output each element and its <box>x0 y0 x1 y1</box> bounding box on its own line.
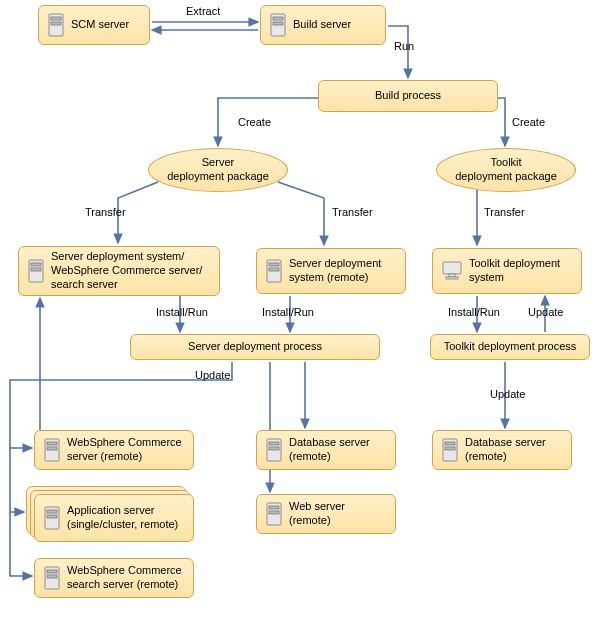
server-deployment-system-local: Server deployment system/ WebSphere Comm… <box>18 246 220 296</box>
toolkit-deployment-process: Toolkit deployment process <box>430 334 590 360</box>
app-server-label: Application server (single/cluster, remo… <box>67 504 185 532</box>
svg-rect-16 <box>446 277 458 279</box>
edge-install-3: Install/Run <box>448 306 500 318</box>
server-icon <box>265 438 283 462</box>
svg-rect-7 <box>273 22 283 25</box>
server-icon <box>43 506 61 530</box>
server-icon <box>43 566 61 590</box>
svg-rect-19 <box>47 447 57 450</box>
wc-server-label: WebSphere Commerce server (remote) <box>67 436 185 464</box>
svg-rect-27 <box>269 442 279 445</box>
svg-rect-34 <box>445 447 455 450</box>
toolkit-deployment-system: Toolkit deployment system <box>432 248 582 294</box>
server-icon <box>265 502 283 526</box>
build-process-label: Build process <box>327 89 489 103</box>
server-icon <box>27 259 45 283</box>
edge-update-1: Update <box>195 369 230 381</box>
toolkit-system-label: Toolkit deployment system <box>469 257 573 285</box>
edge-create-1: Create <box>238 116 271 128</box>
edge-update-3: Update <box>528 306 563 318</box>
server-pkg-label: Server deployment package <box>167 156 269 184</box>
svg-rect-18 <box>47 442 57 445</box>
svg-rect-13 <box>269 268 279 271</box>
database-server: Database server (remote) <box>256 430 396 470</box>
svg-rect-21 <box>47 510 57 513</box>
monitor-icon <box>441 261 463 281</box>
web-server: Web server (remote) <box>256 494 396 534</box>
svg-rect-3 <box>51 17 61 20</box>
websphere-commerce-search-server: WebSphere Commerce search server (remote… <box>34 558 194 598</box>
svg-rect-12 <box>269 263 279 266</box>
edge-transfer-3: Transfer <box>484 206 525 218</box>
svg-rect-6 <box>273 17 283 20</box>
svg-rect-9 <box>31 263 41 266</box>
svg-rect-31 <box>269 511 279 514</box>
server-proc-label: Server deployment process <box>139 340 371 354</box>
edge-run: Run <box>394 40 414 52</box>
edge-transfer-1: Transfer <box>85 206 126 218</box>
wc-search-label: WebSphere Commerce search server (remote… <box>67 564 185 592</box>
sds-remote-label: Server deployment system (remote) <box>289 257 397 285</box>
edge-extract: Extract <box>186 5 220 17</box>
svg-rect-10 <box>31 268 41 271</box>
server-deployment-process: Server deployment process <box>130 334 380 360</box>
web-server-label: Web server (remote) <box>289 500 387 528</box>
sds-local-label: Server deployment system/ WebSphere Comm… <box>51 250 211 291</box>
server-deployment-package: Server deployment package <box>148 148 288 192</box>
build-server: Build server <box>260 5 386 45</box>
server-icon <box>43 438 61 462</box>
scm-server: SCM server <box>38 5 150 45</box>
server-icon <box>269 13 287 37</box>
database-server-2-label: Database server (remote) <box>465 436 563 464</box>
svg-rect-33 <box>445 442 455 445</box>
edge-update-2: Update <box>490 388 525 400</box>
svg-rect-30 <box>269 506 279 509</box>
application-server: Application server (single/cluster, remo… <box>34 494 194 542</box>
toolkit-deployment-package: Toolkit deployment package <box>436 148 576 192</box>
edge-install-1: Install/Run <box>156 306 208 318</box>
server-deployment-system-remote: Server deployment system (remote) <box>256 248 406 294</box>
database-server-2: Database server (remote) <box>432 430 572 470</box>
database-server-label: Database server (remote) <box>289 436 387 464</box>
edge-create-2: Create <box>512 116 545 128</box>
server-icon <box>441 438 459 462</box>
svg-rect-25 <box>47 575 57 578</box>
svg-rect-28 <box>269 447 279 450</box>
svg-rect-22 <box>47 515 57 518</box>
scm-server-label: SCM server <box>71 18 141 32</box>
svg-rect-15 <box>449 274 455 277</box>
svg-rect-14 <box>443 262 461 274</box>
edge-transfer-2: Transfer <box>332 206 373 218</box>
toolkit-proc-label: Toolkit deployment process <box>439 340 581 354</box>
svg-rect-4 <box>51 22 61 25</box>
build-process: Build process <box>318 80 498 112</box>
edge-install-2: Install/Run <box>262 306 314 318</box>
websphere-commerce-server: WebSphere Commerce server (remote) <box>34 430 194 470</box>
toolkit-pkg-label: Toolkit deployment package <box>455 156 557 184</box>
svg-rect-24 <box>47 570 57 573</box>
server-icon <box>265 259 283 283</box>
build-server-label: Build server <box>293 18 377 32</box>
server-icon <box>47 13 65 37</box>
